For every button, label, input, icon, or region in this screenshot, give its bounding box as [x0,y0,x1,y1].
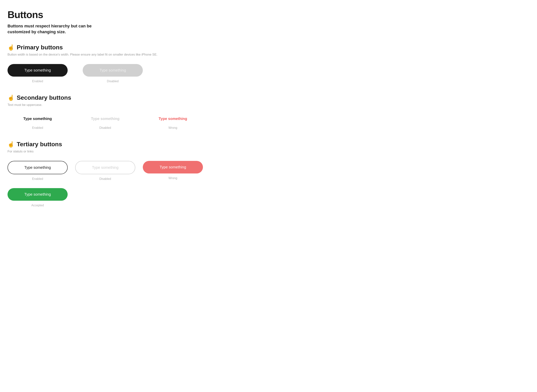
tertiary-wrong-button[interactable]: Type something [143,161,203,173]
secondary-disabled-button: Type something [75,114,135,123]
primary-button-row: Type something Enabled Type something Di… [8,64,263,83]
tertiary-heading-text: Tertiary buttons [17,141,62,148]
tertiary-wrong-label: Wrong [169,177,177,180]
secondary-heading-text: Secondary buttons [17,94,71,101]
secondary-enabled-button[interactable]: Type something [8,114,68,123]
tertiary-button-row: Type something Enabled Type something Di… [8,161,263,207]
primary-disabled-button: Type something [83,64,143,77]
secondary-disabled-group: Type something Disabled [75,114,135,130]
primary-emoji: ☝️ [8,44,14,51]
secondary-wrong-button[interactable]: Type something [143,114,203,123]
tertiary-enabled-button[interactable]: Type something [8,161,68,174]
primary-heading-text: Primary buttons [17,44,63,51]
tertiary-wrong-group: Type something Wrong [143,161,203,180]
primary-enabled-group: Type something Enabled [8,64,68,83]
tertiary-emoji: ☝️ [8,141,14,148]
tertiary-disabled-group: Type something Disabled [75,161,135,181]
primary-enabled-button[interactable]: Type something [8,64,68,77]
page-description: Buttons must respect hierarchy but can b… [8,23,263,35]
secondary-disabled-label: Disabled [99,126,111,130]
tertiary-disabled-label: Disabled [99,177,111,181]
tertiary-accepted-group: Type something Accepted [8,188,68,207]
tertiary-section-heading: ☝️ Tertiary buttons [8,141,263,148]
secondary-emoji: ☝️ [8,94,14,101]
primary-enabled-label: Enabled [32,79,43,83]
page-title: Buttons [8,9,263,20]
tertiary-accepted-button[interactable]: Type something [8,188,68,201]
secondary-enabled-label: Enabled [32,126,43,130]
tertiary-enabled-group: Type something Enabled [8,161,68,181]
tertiary-disabled-button: Type something [75,161,135,174]
secondary-wrong-label: Wrong [169,126,177,130]
primary-disabled-label: Disabled [107,79,119,83]
secondary-subtext: Text must be uppercase. [8,103,263,107]
primary-section-heading: ☝️ Primary buttons [8,44,263,51]
primary-disabled-group: Type something Disabled [83,64,143,83]
primary-subtext: Button width is based on the device's wi… [8,53,263,56]
primary-buttons-section: ☝️ Primary buttons Button width is based… [8,44,263,83]
secondary-button-row: Type something Enabled Type something Di… [8,114,263,130]
secondary-wrong-group: Type something Wrong [143,114,203,130]
secondary-section-heading: ☝️ Secondary buttons [8,94,263,101]
tertiary-buttons-section: ☝️ Tertiary buttons For statuts or links… [8,141,263,207]
tertiary-enabled-label: Enabled [32,177,43,181]
tertiary-subtext: For statuts or links [8,150,263,153]
tertiary-accepted-label: Accepted [31,204,44,207]
secondary-enabled-group: Type something Enabled [8,114,68,130]
secondary-buttons-section: ☝️ Secondary buttons Text must be upperc… [8,94,263,130]
